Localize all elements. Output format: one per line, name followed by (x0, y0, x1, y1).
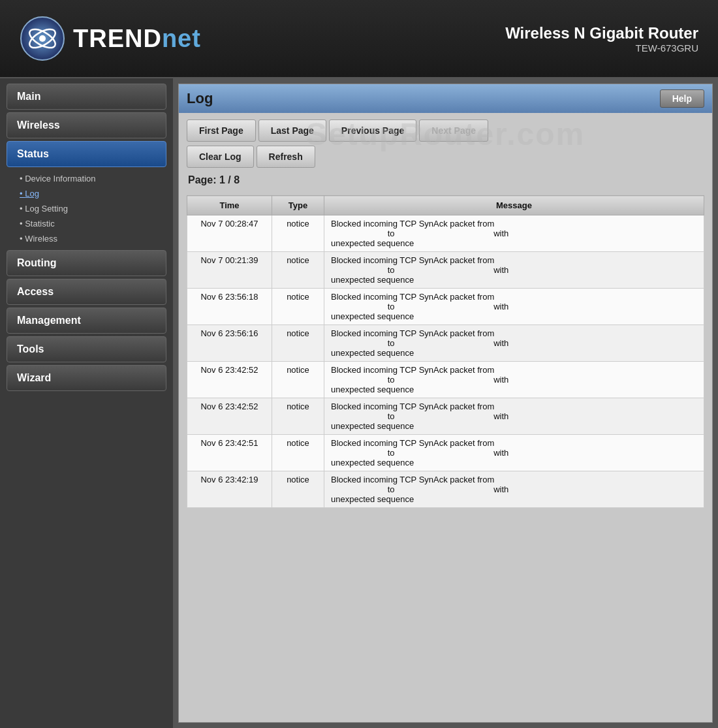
sidebar-sub-statistic[interactable]: Statistic (7, 216, 166, 231)
sidebar-sub-log-setting[interactable]: Log Setting (7, 201, 166, 216)
cell-time: Nov 7 00:21:39 (187, 252, 272, 289)
cell-time: Nov 6 23:42:51 (187, 435, 272, 471)
cell-time: Nov 6 23:42:52 (187, 398, 272, 435)
logo-area: TRENDnet (20, 16, 201, 61)
table-row: Nov 6 23:42:52noticeBlocked incoming TCP… (187, 398, 704, 435)
col-header-type: Type (272, 196, 324, 215)
previous-page-button[interactable]: Previous Page (329, 119, 417, 142)
brand-trend: TREND (73, 25, 162, 52)
cell-message: Blocked incoming TCP SynAck packet from … (324, 471, 704, 508)
page-info: Page: 1 / 8 (187, 172, 704, 191)
col-header-message: Message (324, 196, 704, 215)
log-table: Time Type Message Nov 7 00:28:47noticeBl… (187, 195, 704, 508)
watermark-area: SetupRouter.com First Page Last Page Pre… (179, 113, 712, 195)
last-page-button[interactable]: Last Page (258, 119, 326, 142)
log-table-wrap: Time Type Message Nov 7 00:28:47noticeBl… (179, 195, 712, 508)
sidebar-item-main[interactable]: Main (7, 84, 166, 110)
cell-message: Blocked incoming TCP SynAck packet from … (324, 289, 704, 325)
sidebar-item-status[interactable]: Status (7, 141, 166, 167)
sidebar-sub-device-information[interactable]: Device Information (7, 171, 166, 186)
cell-time: Nov 6 23:42:52 (187, 362, 272, 398)
action-buttons-row: Clear Log Refresh (187, 146, 704, 168)
brand-name: TRENDnet (73, 25, 201, 53)
sidebar-item-wireless[interactable]: Wireless (7, 112, 166, 138)
sidebar-item-access[interactable]: Access (7, 279, 166, 305)
cell-type: notice (272, 215, 324, 252)
cell-type: notice (272, 435, 324, 471)
sidebar-item-tools[interactable]: Tools (7, 336, 166, 362)
sidebar-sub-status: Device Information Log Log Setting Stati… (7, 170, 166, 249)
help-button[interactable]: Help (660, 89, 704, 108)
brand-net: net (162, 25, 201, 52)
sidebar-item-wizard[interactable]: Wizard (7, 365, 166, 391)
table-row: Nov 6 23:42:52noticeBlocked incoming TCP… (187, 362, 704, 398)
cell-type: notice (272, 471, 324, 508)
first-page-button[interactable]: First Page (187, 119, 256, 142)
svg-point-3 (39, 35, 46, 42)
clear-log-button[interactable]: Clear Log (187, 146, 254, 168)
cell-type: notice (272, 398, 324, 435)
table-row: Nov 6 23:42:51noticeBlocked incoming TCP… (187, 435, 704, 471)
cell-type: notice (272, 362, 324, 398)
table-row: Nov 7 00:21:39noticeBlocked incoming TCP… (187, 252, 704, 289)
table-row: Nov 6 23:42:19noticeBlocked incoming TCP… (187, 471, 704, 508)
content-area: Log Help SetupRouter.com First Page Last… (173, 78, 718, 728)
col-header-time: Time (187, 196, 272, 215)
cell-time: Nov 7 00:28:47 (187, 215, 272, 252)
header: TRENDnet Wireless N Gigabit Router TEW-6… (0, 0, 718, 78)
table-row: Nov 7 00:28:47noticeBlocked incoming TCP… (187, 215, 704, 252)
cell-message: Blocked incoming TCP SynAck packet from … (324, 362, 704, 398)
cell-message: Blocked incoming TCP SynAck packet from … (324, 252, 704, 289)
header-right: Wireless N Gigabit Router TEW-673GRU (505, 24, 698, 54)
trendnet-logo-icon (20, 16, 65, 61)
cell-message: Blocked incoming TCP SynAck packet from … (324, 215, 704, 252)
sidebar-sub-wireless[interactable]: Wireless (7, 231, 166, 246)
cell-message: Blocked incoming TCP SynAck packet from … (324, 398, 704, 435)
product-name: Wireless N Gigabit Router (505, 24, 698, 42)
table-row: Nov 6 23:56:16noticeBlocked incoming TCP… (187, 325, 704, 362)
sidebar-item-routing[interactable]: Routing (7, 250, 166, 276)
main-layout: Main Wireless Status Device Information … (0, 78, 718, 728)
cell-message: Blocked incoming TCP SynAck packet from … (324, 325, 704, 362)
content-header: Log Help (179, 84, 712, 113)
sidebar: Main Wireless Status Device Information … (0, 78, 173, 728)
content-inner: Log Help SetupRouter.com First Page Last… (178, 84, 713, 723)
product-model: TEW-673GRU (505, 42, 698, 54)
cell-time: Nov 6 23:56:18 (187, 289, 272, 325)
cell-message: Blocked incoming TCP SynAck packet from … (324, 435, 704, 471)
cell-time: Nov 6 23:56:16 (187, 325, 272, 362)
table-row: Nov 6 23:56:18noticeBlocked incoming TCP… (187, 289, 704, 325)
cell-type: notice (272, 252, 324, 289)
nav-buttons-row: First Page Last Page Previous Page Next … (187, 119, 704, 142)
next-page-button[interactable]: Next Page (419, 119, 488, 142)
page-title: Log (187, 90, 213, 107)
cell-type: notice (272, 325, 324, 362)
sidebar-sub-log[interactable]: Log (7, 186, 166, 201)
cell-type: notice (272, 289, 324, 325)
refresh-button[interactable]: Refresh (257, 146, 315, 168)
cell-time: Nov 6 23:42:19 (187, 471, 272, 508)
sidebar-item-management[interactable]: Management (7, 308, 166, 334)
